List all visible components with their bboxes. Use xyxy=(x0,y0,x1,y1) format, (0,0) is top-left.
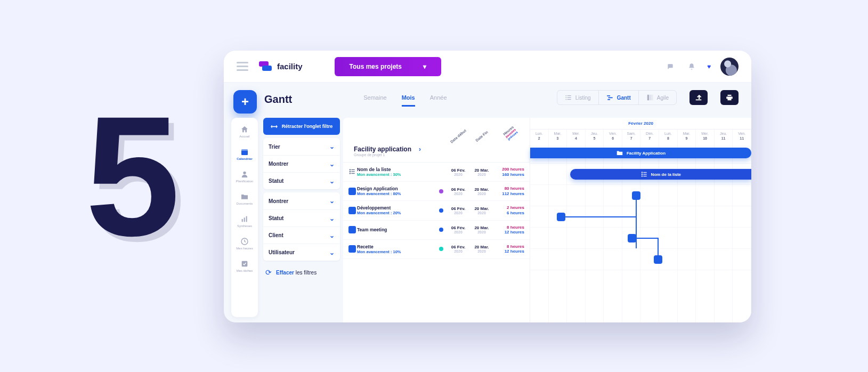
rail-planification[interactable]: Planification xyxy=(231,168,258,185)
gantt-node[interactable] xyxy=(628,234,636,242)
rail-mestaches[interactable]: Mes tâches xyxy=(231,257,258,274)
task-row[interactable]: Design Application Mon avancement : 80% … xyxy=(343,182,530,201)
svg-rect-12 xyxy=(696,100,702,101)
bell-icon[interactable] xyxy=(686,61,697,72)
task-icon xyxy=(348,207,356,214)
task-row[interactable]: Nom de la liste Mon avancement : 30% 06 … xyxy=(343,163,530,182)
task-row[interactable]: Recette Mon avancement : 10% 06 Fév.2020… xyxy=(343,240,530,259)
tab-year[interactable]: Année xyxy=(430,94,447,107)
step-number: 5 xyxy=(85,91,180,261)
gantt-day: Sam.7 xyxy=(622,130,641,142)
add-button[interactable]: + xyxy=(233,90,257,114)
topbar: facility Tous mes projets ▾ ♥ xyxy=(224,51,751,83)
favorite-icon[interactable]: ♥ xyxy=(707,63,711,70)
filter-row[interactable]: Client⌄ xyxy=(263,227,340,244)
svg-rect-14 xyxy=(241,149,248,151)
svg-rect-8 xyxy=(607,99,610,100)
brand-logo[interactable]: facility xyxy=(259,61,303,72)
svg-point-21 xyxy=(350,169,351,170)
filter-row[interactable]: Statut⌄ xyxy=(263,172,340,189)
row-icon xyxy=(348,188,357,195)
svg-rect-16 xyxy=(242,219,243,222)
task-name: Nom de la liste xyxy=(357,167,436,172)
tab-month[interactable]: Mois xyxy=(402,94,415,107)
agile-icon xyxy=(646,94,654,101)
date-end: 20 Mar.2020 xyxy=(470,225,493,234)
side-rail: Accueil Calendrier Planification Documen… xyxy=(231,118,258,317)
body: Accueil Calendrier Planification Documen… xyxy=(224,118,751,322)
chevron-down-icon: ▾ xyxy=(423,63,426,70)
chat-icon[interactable] xyxy=(664,61,676,72)
time-tabs: Semaine Mois Année xyxy=(363,94,447,107)
view-listing[interactable]: Listing xyxy=(557,91,598,104)
task-progress: Mon avancement : 30% xyxy=(357,172,436,177)
svg-rect-26 xyxy=(351,173,354,174)
date-start: 06 Fév.2020 xyxy=(447,225,470,234)
gantt-node[interactable] xyxy=(557,213,565,221)
gantt-rows: Facility Application Nom de la liste xyxy=(530,142,751,270)
gantt-day: Dim.7 xyxy=(640,130,659,142)
project-dropdown[interactable]: Tous mes projets ▾ xyxy=(335,57,441,76)
app-window: facility Tous mes projets ▾ ♥ + Gantt Se… xyxy=(224,51,751,322)
svg-rect-28 xyxy=(643,172,646,173)
rail-documents[interactable]: Documents xyxy=(231,190,258,207)
hours: 8 heures12 heures xyxy=(493,244,528,254)
list-icon xyxy=(640,171,648,178)
gantt-day: Ven.6 xyxy=(604,130,622,142)
folder-icon xyxy=(240,192,249,201)
project-title: Facility application xyxy=(354,145,411,153)
menu-icon[interactable] xyxy=(237,62,248,71)
date-end: 20 Mar.2020 xyxy=(470,245,493,253)
avatar[interactable] xyxy=(720,58,739,76)
share-icon xyxy=(695,94,702,101)
filter-row[interactable]: Trier⌄ xyxy=(263,138,340,155)
svg-point-25 xyxy=(350,173,351,174)
row-icon xyxy=(348,168,357,176)
rail-accueil[interactable]: Accueil xyxy=(231,123,258,140)
hours: 8 heures12 heures xyxy=(493,225,528,235)
svg-point-0 xyxy=(565,95,566,96)
gantt-bar-project[interactable]: Facility Application xyxy=(530,148,751,158)
view-gantt[interactable]: Gantt xyxy=(598,91,639,104)
main: Date début Date Fin Heures passées prévu… xyxy=(343,118,751,322)
svg-rect-32 xyxy=(643,176,646,176)
home-icon xyxy=(240,125,249,134)
task-name: Recette xyxy=(357,244,436,249)
task-icon xyxy=(348,245,356,253)
date-start: 06 Fév.2020 xyxy=(447,206,470,215)
filter-row[interactable]: Utilisateur⌄ xyxy=(263,244,340,261)
rail-syntheses[interactable]: Synthèses xyxy=(231,213,258,230)
date-end: 20 Mar.2020 xyxy=(470,187,493,196)
print-button[interactable] xyxy=(720,90,739,105)
filter-row[interactable]: Montrer⌄ xyxy=(263,192,340,209)
clear-filters[interactable]: ⟳ Effacer les filtres xyxy=(265,268,340,277)
task-name: Développement xyxy=(357,205,436,211)
task-row[interactable]: Team meeting 06 Fév.2020 20 Mar.2020 8 h… xyxy=(343,221,530,240)
retract-filter-button[interactable]: ⟷ Rétracter l'onglet filtre xyxy=(263,118,340,135)
chevron-down-icon: ⌄ xyxy=(329,143,335,150)
task-row[interactable]: Développement Mon avancement : 20% 06 Fé… xyxy=(343,201,530,220)
svg-point-23 xyxy=(350,171,351,172)
refresh-icon: ⟳ xyxy=(265,268,272,277)
gantt-node[interactable] xyxy=(632,191,640,200)
status-dot xyxy=(439,189,443,193)
gantt-body: Facility Application Nom de la liste xyxy=(530,142,751,322)
rail-calendrier[interactable]: Calendrier xyxy=(231,145,258,163)
collapse-icon: ⟷ xyxy=(271,124,278,129)
subheader: + Gantt Semaine Mois Année Listing Gantt… xyxy=(224,83,751,118)
gantt-node[interactable] xyxy=(654,255,662,264)
share-button[interactable] xyxy=(689,90,708,105)
task-progress: Mon avancement : 80% xyxy=(357,191,436,196)
gantt-day: Mar.9 xyxy=(678,130,696,142)
task-name: Design Application xyxy=(357,186,436,191)
gantt-day: Mar.3 xyxy=(549,130,567,142)
gantt-bar-list[interactable]: Nom de la liste xyxy=(570,169,751,180)
tab-week[interactable]: Semaine xyxy=(363,94,386,107)
rail-mesheures[interactable]: Mes heures xyxy=(231,235,258,252)
gantt-link xyxy=(565,216,636,217)
view-agile[interactable]: Agile xyxy=(639,91,676,104)
gantt-day: Lun.2 xyxy=(530,130,549,142)
filter-row[interactable]: Statut⌄ xyxy=(263,209,340,227)
svg-rect-11 xyxy=(652,95,653,101)
filter-row[interactable]: Montrer⌄ xyxy=(263,155,340,172)
